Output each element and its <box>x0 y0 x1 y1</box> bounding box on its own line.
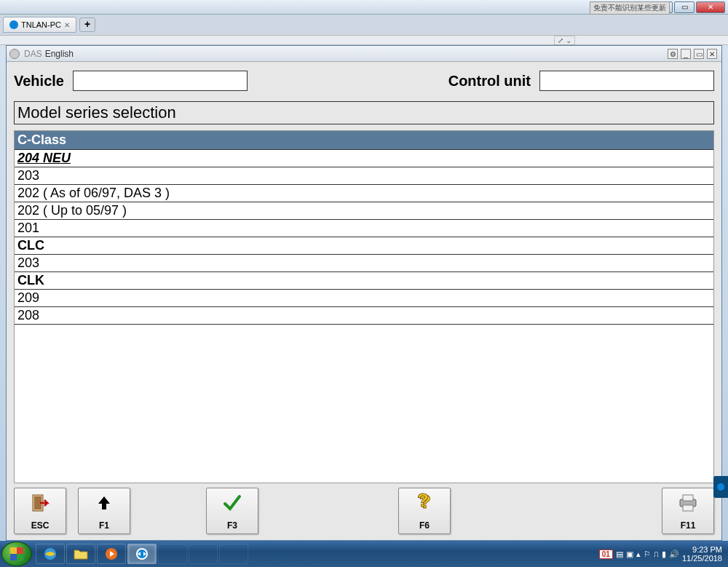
tray-network-icon[interactable]: ▤ <box>616 550 623 559</box>
das-restore-icon[interactable]: ▭ <box>694 49 704 59</box>
help-icon: ?? <box>413 491 436 515</box>
taskbar-clock[interactable]: 9:23 PM 11/25/2018 <box>682 545 722 563</box>
ime-badge[interactable]: 01 <box>599 550 613 559</box>
das-close-icon[interactable]: ✕ <box>707 49 717 59</box>
vehicle-field[interactable] <box>73 71 248 91</box>
remote-toolbar: ⤢ ⌄ <box>0 35 728 45</box>
esc-label: ESC <box>31 520 50 531</box>
exit-door-icon <box>28 491 52 515</box>
tray-signal-icon[interactable]: ▮ <box>662 550 666 559</box>
function-key-bar: ESC F1 F3 <box>14 483 714 536</box>
f3-button[interactable]: F3 <box>206 488 258 534</box>
browser-tabstrip: TNLAN-PC ✕ + <box>0 15 728 35</box>
list-row[interactable]: CLK <box>15 272 713 290</box>
start-button[interactable] <box>1 542 32 566</box>
control-unit-field[interactable] <box>539 71 714 91</box>
list-row[interactable]: 202 ( Up to 05/97 ) <box>15 202 713 220</box>
tab-remote-pc[interactable]: TNLAN-PC ✕ <box>3 17 76 33</box>
svg-rect-6 <box>683 505 693 511</box>
tray-flag-icon[interactable]: ⚐ <box>644 550 651 559</box>
system-tray: 01 ▤ ▣ ▴ ⚐ ⎍ ▮ 🔊 9:23 PM 11/25/2018 <box>599 545 727 563</box>
list-row[interactable]: 209 <box>15 290 713 307</box>
arrow-up-icon <box>92 491 116 515</box>
outer-titlebar: 免责不能识别某些更新 — ▭ ✕ <box>0 0 728 15</box>
clock-time: 9:23 PM <box>682 545 722 554</box>
das-settings-icon[interactable]: ⚙ <box>668 49 678 59</box>
model-series-list: C-Class 204 NEU203202 ( As of 06/97, DAS… <box>14 130 714 483</box>
f3-label: F3 <box>227 520 237 531</box>
das-titlebar: DAS English ⚙ _ ▭ ✕ <box>7 46 721 62</box>
f11-button[interactable]: F11 <box>662 488 714 534</box>
taskbar-app1-icon[interactable] <box>158 544 187 564</box>
windows-taskbar: 01 ▤ ▣ ▴ ⚐ ⎍ ▮ 🔊 9:23 PM 11/25/2018 <box>0 541 728 567</box>
das-content: Vehicle Control unit Model series select… <box>7 62 721 540</box>
list-row[interactable]: 204 NEU <box>15 150 713 167</box>
taskbar-wmp-icon[interactable] <box>97 544 126 564</box>
list-row[interactable]: 201 <box>15 220 713 237</box>
control-unit-label: Control unit <box>448 73 531 90</box>
section-title: Model series selection <box>17 103 711 122</box>
list-row[interactable]: 208 <box>15 307 713 325</box>
taskbar-app2-icon[interactable] <box>189 544 218 564</box>
teamviewer-sidebar-tab[interactable] <box>713 476 728 498</box>
list-row[interactable]: 203 <box>15 167 713 185</box>
list-row[interactable]: 203 <box>15 255 713 272</box>
esc-button[interactable]: ESC <box>14 488 66 534</box>
new-tab-button[interactable]: + <box>79 17 95 32</box>
svg-rect-5 <box>683 495 693 501</box>
taskbar-teamviewer-icon[interactable] <box>127 544 157 564</box>
section-title-box: Model series selection <box>14 101 714 124</box>
taskbar-explorer-icon[interactable] <box>66 544 95 564</box>
vehicle-label: Vehicle <box>14 73 64 90</box>
tray-display-icon[interactable]: ▣ <box>626 550 633 559</box>
clock-date: 11/25/2018 <box>682 554 722 563</box>
header-row: Vehicle Control unit <box>14 71 714 91</box>
f6-label: F6 <box>419 520 430 531</box>
checkmark-icon <box>221 491 244 515</box>
update-hint: 免责不能识别某些更新 <box>590 1 670 15</box>
tab-close-icon[interactable]: ✕ <box>64 21 70 29</box>
taskbar-app3-icon[interactable] <box>219 544 248 564</box>
das-app-window: DAS English ⚙ _ ▭ ✕ Vehicle Control unit… <box>6 45 722 541</box>
list-row[interactable]: 202 ( As of 06/97, DAS 3 ) <box>15 185 713 202</box>
taskbar-ie-icon[interactable] <box>36 544 65 564</box>
printer-icon <box>676 491 700 515</box>
f6-button[interactable]: ?? F6 <box>398 488 451 534</box>
tray-wifi-icon[interactable]: ⎍ <box>654 550 659 558</box>
maximize-button[interactable]: ▭ <box>674 1 695 13</box>
tray-chevron-icon[interactable]: ▴ <box>636 550 641 559</box>
das-minimize-icon[interactable]: _ <box>681 49 691 59</box>
teamviewer-dot-icon <box>717 483 724 491</box>
f1-button[interactable]: F1 <box>78 488 130 534</box>
close-button[interactable]: ✕ <box>696 1 725 13</box>
list-header-cclass[interactable]: C-Class <box>15 131 713 150</box>
svg-text:?: ? <box>417 492 429 511</box>
teamviewer-icon <box>9 20 18 29</box>
tab-label: TNLAN-PC <box>21 20 61 29</box>
das-language-label: English <box>45 49 74 59</box>
desktop-window: 免责不能识别某些更新 — ▭ ✕ TNLAN-PC ✕ + ⤢ ⌄ DAS En… <box>0 0 728 567</box>
mercedes-logo-icon <box>9 49 20 59</box>
f11-label: F11 <box>681 520 696 531</box>
das-title-prefix: DAS <box>24 49 42 59</box>
f1-label: F1 <box>99 520 109 531</box>
move-handle-icon[interactable]: ⤢ ⌄ <box>554 36 575 45</box>
list-row[interactable]: CLC <box>15 237 713 255</box>
tray-volume-icon[interactable]: 🔊 <box>669 550 679 559</box>
